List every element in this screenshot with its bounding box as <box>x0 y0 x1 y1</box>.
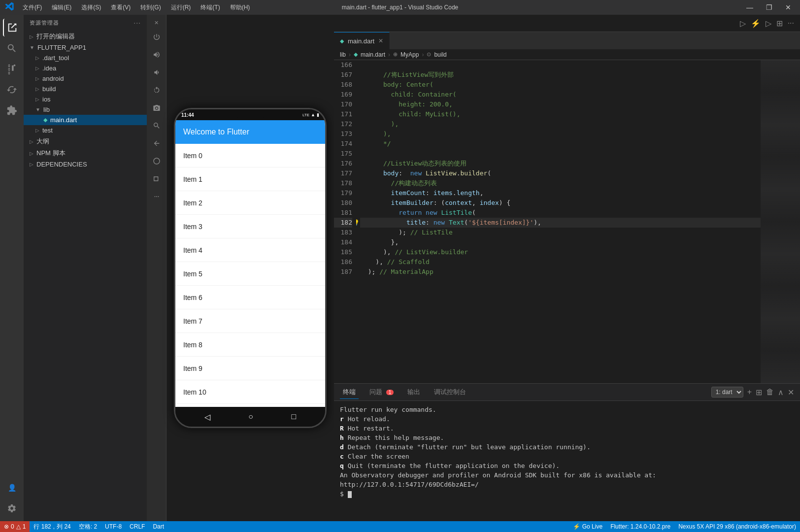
row-col-item[interactable]: 行 182, 列 24 <box>30 521 74 532</box>
encoding-item[interactable]: UTF-8 <box>101 521 126 532</box>
maximize-panel-button[interactable]: ∧ <box>778 388 784 397</box>
error-count-item[interactable]: ⊗ 0 △ 1 <box>0 521 30 532</box>
breadcrumb: lib › ◆ main.dart › ⊕ MyApp › ⊙ build <box>334 49 800 60</box>
volume-down-icon[interactable] <box>150 66 164 79</box>
code-lines[interactable]: //将ListView写到外部 body: Center( child: Con… <box>356 60 761 383</box>
maximize-button[interactable]: ❐ <box>762 2 776 12</box>
delete-terminal-button[interactable]: 🗑 <box>766 388 774 397</box>
tree-item-open-editors[interactable]: ▷ 打开的编辑器 <box>24 31 147 42</box>
list-item-10[interactable]: Item 10 <box>175 380 325 404</box>
tab-close-button[interactable]: ✕ <box>378 37 383 44</box>
tab-main-dart[interactable]: ◆ main.dart ✕ <box>334 32 390 49</box>
device-status-right: LTE ▲ ▮ <box>302 112 319 117</box>
tab-terminal[interactable]: 终端 <box>340 386 359 399</box>
tab-problems[interactable]: 问题 1 <box>367 386 397 399</box>
close-button[interactable]: ✕ <box>781 2 795 12</box>
breadcrumb-method[interactable]: build <box>434 51 446 58</box>
terminal-content[interactable]: Flutter run key commands. r Hot reload. … <box>334 401 800 521</box>
tree-item-project[interactable]: ▼ FLUTTER_APP1 <box>24 42 147 53</box>
list-item-6[interactable]: Item 6 <box>175 286 325 309</box>
breadcrumb-class[interactable]: MyApp <box>400 51 419 58</box>
list-item-2[interactable]: Item 2 <box>175 191 325 215</box>
account-icon[interactable]: 👤 <box>3 479 21 497</box>
tree-item-idea[interactable]: ▷ .idea <box>24 63 147 73</box>
more-actions-icon[interactable]: ··· <box>788 19 794 28</box>
line-ending-item[interactable]: CRLF <box>126 521 149 532</box>
tree-item-ios[interactable]: ▷ ios <box>24 94 147 104</box>
split-editor-button[interactable]: ⊞ <box>776 19 783 28</box>
restart-button[interactable]: ▷ <box>766 19 771 28</box>
source-control-icon[interactable] <box>3 60 21 78</box>
terminal-shell-select[interactable]: 1: dart <box>711 387 743 398</box>
language-item[interactable]: Dart <box>149 521 168 532</box>
debug-icon[interactable] <box>3 81 21 99</box>
run-button[interactable]: ▷ <box>740 19 746 28</box>
breadcrumb-lib[interactable]: lib <box>340 51 346 58</box>
device-back-button[interactable]: ◁ <box>204 412 210 422</box>
flutter-version-item[interactable]: Flutter: 1.24.0-10.2.pre <box>606 523 674 530</box>
settings-icon[interactable] <box>3 499 21 517</box>
list-item-9[interactable]: Item 9 <box>175 357 325 380</box>
device-home-button[interactable]: ○ <box>248 412 253 421</box>
menu-terminal[interactable]: 终端(T) <box>199 2 222 13</box>
list-item-3[interactable]: Item 3 <box>175 215 325 238</box>
hot-reload-button[interactable]: ⚡ <box>751 19 761 28</box>
menu-view[interactable]: 查看(V) <box>109 2 133 13</box>
code-editor[interactable]: 166 167 168 169 170 171 172 173 174 175 … <box>334 60 800 383</box>
explorer-icon[interactable] <box>3 19 21 36</box>
close-panel-button[interactable]: ✕ <box>788 388 794 397</box>
tree-item-test[interactable]: ▷ test <box>24 125 147 135</box>
line-numbers: 166 167 168 169 170 171 172 173 174 175 … <box>334 60 356 383</box>
indent-item[interactable]: 空格: 2 <box>75 521 101 532</box>
menu-goto[interactable]: 转到(G) <box>138 2 163 13</box>
minimize-button[interactable]: — <box>742 2 757 12</box>
list-item-1[interactable]: Item 1 <box>175 167 325 191</box>
explorer-title: 资源管理器 <box>30 19 59 27</box>
menu-file[interactable]: 文件(F) <box>21 2 44 13</box>
list-item-7[interactable]: Item 7 <box>175 309 325 333</box>
explorer-header: 资源管理器 ··· <box>24 15 147 31</box>
tree-item-dart-tool[interactable]: ▷ .dart_tool <box>24 53 147 63</box>
device-name-item[interactable]: Nexus 5X API 29 x86 (android-x86-emulato… <box>674 523 800 530</box>
tree-item-label: FLUTTER_APP1 <box>37 44 86 51</box>
list-item-0[interactable]: Item 0 <box>175 144 325 167</box>
tree-item-build[interactable]: ▷ build <box>24 84 147 94</box>
menu-edit[interactable]: 编辑(E) <box>50 2 73 13</box>
screenshot-icon[interactable] <box>150 101 164 115</box>
menu-help[interactable]: 帮助(H) <box>228 2 252 13</box>
back-icon[interactable] <box>150 136 164 150</box>
menu-run[interactable]: 运行(R) <box>169 2 193 13</box>
volume-up-icon[interactable] <box>150 48 164 62</box>
zoom-icon[interactable] <box>150 119 164 133</box>
search-icon[interactable] <box>3 39 21 57</box>
power-icon[interactable] <box>150 30 164 44</box>
split-terminal-button[interactable]: ⊞ <box>756 388 762 397</box>
tab-output[interactable]: 输出 <box>404 386 423 399</box>
breadcrumb-file[interactable]: main.dart <box>361 51 385 58</box>
device-recents-button[interactable]: □ <box>292 412 297 421</box>
tree-item-deps[interactable]: ▷ DEPENDENCIES <box>24 159 147 169</box>
title-bar: 文件(F) 编辑(E) 选择(S) 查看(V) 转到(G) 运行(R) 终端(T… <box>0 0 800 15</box>
new-terminal-button[interactable]: + <box>747 388 752 397</box>
home-icon[interactable] <box>150 154 164 168</box>
tree-item-dajie[interactable]: ▷ 大纲 <box>24 135 147 147</box>
square-icon[interactable] <box>150 172 164 186</box>
list-item-8[interactable]: Item 8 <box>175 333 325 357</box>
tree-item-npm[interactable]: ▷ NPM 脚本 <box>24 147 147 159</box>
device-notch-center <box>235 111 265 118</box>
tree-item-main-dart[interactable]: ◆ main.dart <box>24 115 147 125</box>
menu-select[interactable]: 选择(S) <box>79 2 103 13</box>
rotate-icon[interactable] <box>150 83 164 97</box>
go-live-item[interactable]: ⚡ Go Live <box>569 523 606 530</box>
explorer-actions[interactable]: ··· <box>133 19 141 27</box>
tab-debug-console[interactable]: 调试控制台 <box>431 386 469 399</box>
list-item-5[interactable]: Item 5 <box>175 262 325 286</box>
code-line-174: */ <box>360 139 761 149</box>
tree-item-lib[interactable]: ▼ lib <box>24 104 147 115</box>
tree-item-android[interactable]: ▷ android <box>24 73 147 84</box>
error-icon: ⊗ <box>4 523 9 530</box>
extensions-icon[interactable] <box>3 101 21 119</box>
more-icon[interactable]: ··· <box>150 190 164 203</box>
list-item-4[interactable]: Item 4 <box>175 238 325 262</box>
sim-close-button[interactable]: ✕ <box>154 20 159 26</box>
